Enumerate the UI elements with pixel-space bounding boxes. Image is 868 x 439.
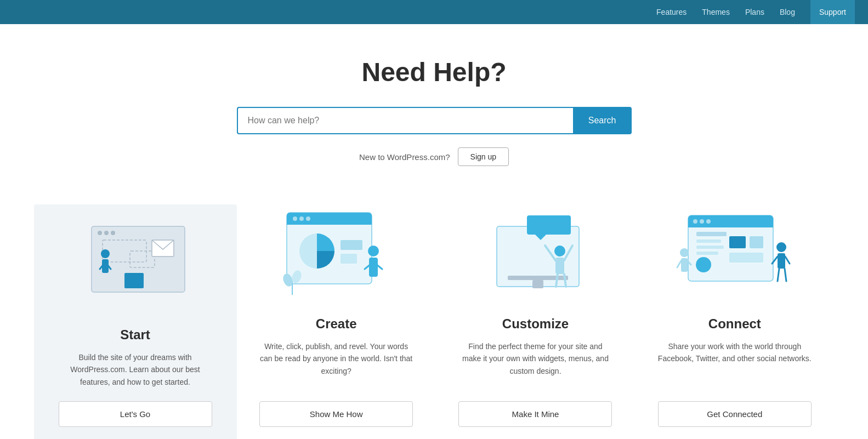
- svg-rect-29: [527, 215, 571, 235]
- svg-rect-22: [369, 258, 378, 277]
- svg-rect-54: [681, 258, 688, 272]
- svg-point-33: [554, 246, 565, 256]
- start-illustration: [47, 215, 224, 314]
- new-user-text: New to WordPress.com?: [359, 152, 450, 162]
- svg-rect-20: [341, 254, 357, 264]
- svg-rect-50: [729, 236, 746, 248]
- svg-line-55: [677, 261, 681, 267]
- svg-rect-34: [555, 258, 564, 274]
- customize-card-body: Customize Find the perfect theme for you…: [458, 316, 612, 439]
- svg-point-2: [104, 231, 109, 235]
- connect-illustration: [644, 204, 825, 303]
- svg-point-42: [693, 219, 697, 224]
- nav-themes[interactable]: Themes: [702, 8, 730, 16]
- page-title: Need Help?: [11, 57, 857, 87]
- svg-rect-31: [508, 276, 568, 280]
- svg-point-44: [706, 219, 711, 224]
- svg-rect-6: [124, 273, 144, 288]
- svg-line-62: [785, 269, 786, 281]
- svg-point-16: [299, 216, 304, 221]
- svg-point-8: [101, 249, 110, 258]
- cards-section: Start Build the site of your dreams with…: [12, 188, 856, 439]
- search-input[interactable]: [237, 107, 573, 134]
- search-button[interactable]: Search: [573, 107, 632, 134]
- create-card-body: Create Write, click, publish, and revel.…: [259, 316, 413, 439]
- svg-point-53: [680, 248, 689, 257]
- create-illustration: [246, 204, 427, 303]
- nav-support[interactable]: Support: [810, 0, 855, 24]
- svg-point-21: [368, 246, 379, 256]
- connect-card-body: Connect Share your work with the world t…: [658, 316, 812, 439]
- svg-rect-58: [778, 253, 785, 269]
- svg-point-3: [111, 231, 115, 235]
- svg-point-57: [776, 242, 786, 252]
- search-row: Search: [237, 107, 632, 134]
- create-description: Write, click, publish, and revel. Your w…: [259, 340, 413, 377]
- customize-title: Customize: [502, 316, 569, 332]
- start-button[interactable]: Let's Go: [59, 401, 212, 427]
- svg-rect-32: [532, 280, 543, 288]
- create-button[interactable]: Show Me How: [259, 401, 413, 427]
- svg-point-1: [98, 231, 102, 235]
- nav-plans[interactable]: Plans: [745, 8, 764, 16]
- signup-button[interactable]: Sign up: [458, 147, 509, 166]
- svg-rect-52: [729, 253, 763, 263]
- svg-line-61: [778, 269, 779, 281]
- start-card-body: Start Build the site of your dreams with…: [59, 327, 212, 439]
- create-title: Create: [316, 316, 357, 332]
- svg-point-17: [306, 216, 310, 221]
- hero-section: Need Help? Search New to WordPress.com? …: [0, 24, 868, 188]
- card-start: Start Build the site of your dreams with…: [34, 204, 237, 439]
- svg-line-60: [785, 256, 790, 264]
- connect-description: Share your work with the world through F…: [658, 340, 812, 365]
- svg-rect-14: [287, 219, 372, 225]
- svg-rect-19: [341, 240, 362, 250]
- svg-rect-51: [750, 236, 763, 248]
- new-user-row: New to WordPress.com? Sign up: [11, 147, 857, 166]
- start-description: Build the site of your dreams with WordP…: [59, 351, 212, 388]
- nav-blog[interactable]: Blog: [780, 8, 795, 16]
- connect-button[interactable]: Get Connected: [658, 401, 812, 427]
- start-title: Start: [120, 327, 150, 343]
- svg-point-49: [696, 257, 711, 272]
- svg-rect-46: [696, 240, 721, 243]
- svg-rect-48: [696, 252, 718, 255]
- card-connect: Connect Share your work with the world t…: [635, 204, 834, 439]
- card-customize: Customize Find the perfect theme for you…: [436, 204, 635, 439]
- customize-illustration: [445, 204, 626, 303]
- svg-rect-45: [696, 232, 727, 236]
- customize-description: Find the perfect theme for your site and…: [458, 340, 612, 377]
- connect-title: Connect: [708, 316, 761, 332]
- svg-rect-47: [696, 246, 724, 249]
- card-create: Create Write, click, publish, and revel.…: [237, 204, 436, 439]
- svg-point-15: [293, 216, 297, 221]
- nav-features[interactable]: Features: [656, 8, 687, 16]
- customize-button[interactable]: Make It Mine: [458, 401, 612, 427]
- main-nav: Features Themes Plans Blog Support: [0, 0, 868, 24]
- svg-point-43: [700, 219, 704, 224]
